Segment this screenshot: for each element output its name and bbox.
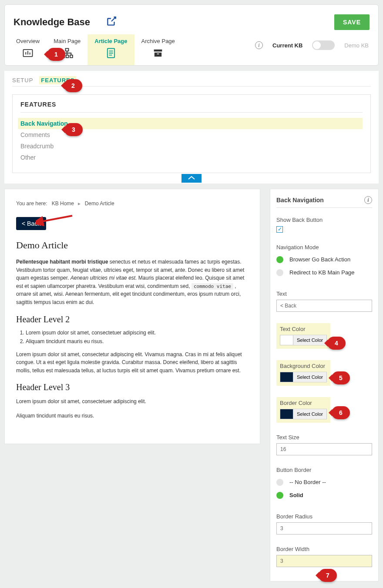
tab-article-page[interactable]: Article Page [87,34,134,65]
bg-color-label: Background Color [280,363,327,369]
annotation-3: 3 [64,123,83,136]
border-color-label: Border Color [280,400,327,406]
tab-label: Article Page [94,38,127,44]
select-color-button[interactable]: Select Color [293,410,326,418]
border-width-input[interactable] [276,555,372,567]
radio-icon [276,479,283,486]
button-border-label: Button Border [276,467,372,473]
header-level-2: Header Level 2 [16,314,249,324]
svg-rect-3 [66,55,69,58]
text-size-label: Text Size [276,434,372,441]
radio-icon [276,256,283,263]
show-back-checkbox[interactable]: ✓ [276,226,283,233]
paragraph: Lorem ipsum dolor sit amet, consectetuer… [16,398,249,406]
breadcrumb: You are here: KB Home ▸ Demo Article [16,200,249,207]
feature-other[interactable]: Other [20,152,363,163]
annotation-7: 7 [319,569,337,582]
info-icon[interactable]: i [255,41,263,49]
paragraph: Aliquam tincidunt mauris eu risus. [16,412,249,420]
save-button[interactable]: SAVE [334,14,370,30]
breadcrumb-article: Demo Article [85,200,114,207]
svg-rect-4 [70,55,73,58]
tab-overview[interactable]: Overview [9,34,47,65]
border-width-label: Border Width [276,546,372,552]
annotation-2: 2 [64,79,82,92]
article-title: Demo Article [16,240,249,251]
svg-rect-1 [66,49,69,51]
text-input[interactable] [276,300,372,312]
annotation-5: 5 [332,371,350,384]
text-color-label: Text Color [280,326,327,332]
article-preview: You are here: KB Home ▸ Demo Article < B… [4,189,260,444]
text-color-swatch[interactable] [280,335,293,345]
settings-title: Back Navigation [276,197,324,204]
svg-rect-6 [154,50,162,52]
tab-label: Overview [16,38,40,44]
radio-icon [276,492,283,499]
annotation-6: 6 [332,406,350,419]
border-color-swatch[interactable] [280,409,293,419]
chevron-right-icon: ▸ [78,200,81,207]
ordered-list: Lorem ipsum dolor sit amet, consectetuer… [16,330,249,344]
feature-breadcrumb[interactable]: Breadcrumb [20,140,363,152]
list-item: Lorem ipsum dolor sit amet, consectetuer… [26,330,249,336]
border-option-none[interactable]: -- No Border -- [276,476,372,489]
external-link-icon[interactable] [106,16,117,29]
show-back-label: Show Back Button [276,217,372,223]
border-radius-label: Border Radius [276,513,372,520]
svg-rect-8 [157,53,159,54]
nav-mode-option-back[interactable]: Browser Go Back Action [276,253,372,266]
text-size-input[interactable] [276,443,372,455]
arrow-annotation [36,213,75,226]
info-icon[interactable]: i [364,196,372,204]
settings-panel: Back Navigation i Show Back Button ✓ Nav… [270,189,379,581]
demo-kb-label: Demo KB [344,42,369,49]
subtab-setup[interactable]: SETUP [12,77,33,84]
archive-icon [152,47,164,59]
svg-rect-7 [155,53,161,57]
breadcrumb-prefix: You are here: [16,200,47,207]
page-title: Knowledge Base [13,17,90,28]
current-kb-label: Current KB [272,42,302,49]
nav-mode-option-redirect[interactable]: Redirect to KB Main Page [276,266,372,279]
annotation-1: 1 [47,48,65,61]
header-level-3: Header Level 3 [16,382,249,392]
tab-archive-page[interactable]: Archive Page [134,34,182,65]
breadcrumb-home[interactable]: KB Home [52,200,74,207]
nav-mode-label: Navigation Mode [276,244,372,251]
tab-label: Archive Page [141,38,175,44]
border-radius-input[interactable] [276,522,372,535]
list-item: Aliquam tincidunt mauris eu risus. [26,338,249,344]
radio-icon [276,269,283,276]
bar-chart-icon [22,47,34,59]
svg-line-9 [40,216,72,222]
paragraph: Lorem ipsum dolor sit amet, consectetur … [16,351,249,375]
features-heading: FEATURES [20,101,363,113]
annotation-4: 4 [327,337,346,350]
document-icon [105,47,117,59]
collapse-button[interactable] [181,174,202,183]
text-label: Text [276,291,372,297]
kb-toggle[interactable] [312,40,335,50]
paragraph: Pellentesque habitant morbi tristique se… [16,258,249,307]
select-color-button[interactable]: Select Color [293,373,326,381]
border-option-solid[interactable]: Solid [276,489,372,502]
tab-label: Main Page [54,38,81,44]
bg-color-swatch[interactable] [280,372,293,382]
